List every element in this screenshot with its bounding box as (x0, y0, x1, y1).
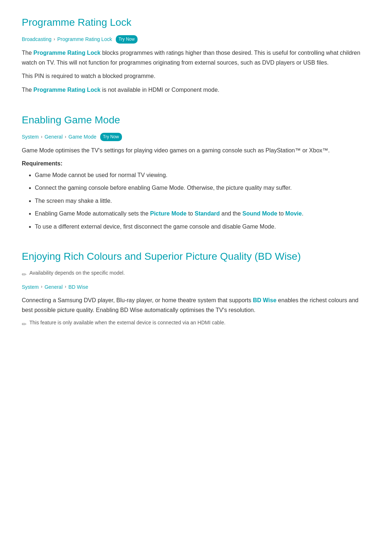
section1-body1: The Programme Rating Lock blocks program… (22, 48, 370, 67)
section3-breadcrumb: System › General › BD Wise (22, 283, 370, 291)
section1-highlight1[interactable]: Programme Rating Lock (33, 50, 101, 56)
breadcrumb-system2[interactable]: System (22, 283, 39, 291)
section2-breadcrumb: System › General › Game Mode Try Now (22, 133, 370, 141)
section1-title: Programme Rating Lock (22, 15, 370, 31)
req-item-3-text: The screen may shake a little. (35, 198, 112, 204)
movie-link[interactable]: Movie (285, 210, 302, 217)
breadcrumb-sep5: › (65, 283, 66, 290)
req-item-5-text: To use a different external device, firs… (35, 223, 276, 230)
bd-wise-link[interactable]: BD Wise (253, 297, 277, 303)
sound-mode-link[interactable]: Sound Mode (242, 210, 277, 217)
req-item-2: Connect the gaming console before enabli… (35, 183, 370, 193)
req-item-2-text: Connect the gaming console before enabli… (35, 185, 292, 191)
section1-body2: This PIN is required to watch a blocked … (22, 71, 370, 81)
req-item-1-text: Game Mode cannot be used for normal TV v… (35, 172, 167, 178)
section3-note1-row: ✏ Availability depends on the specific m… (22, 269, 370, 279)
section3-note2-row: ✏ This feature is only available when th… (22, 319, 370, 329)
req-item-1: Game Mode cannot be used for normal TV v… (35, 171, 370, 180)
pencil-icon-1: ✏ (22, 270, 26, 279)
section3-note2: This feature is only available when the … (29, 319, 225, 327)
breadcrumb-system[interactable]: System (22, 133, 39, 141)
requirements-label: Requirements: (22, 159, 370, 168)
pencil-icon-2: ✏ (22, 320, 26, 329)
section3-note1: Availability depends on the specific mod… (29, 269, 125, 277)
req-item-3: The screen may shake a little. (35, 196, 370, 206)
section2-title: Enabling Game Mode (22, 112, 370, 128)
section-programme-rating-lock: Programme Rating Lock Broadcasting › Pro… (22, 15, 370, 95)
section-bd-wise: Enjoying Rich Colours and Superior Pictu… (22, 249, 370, 329)
breadcrumb-sep4: › (41, 283, 42, 290)
breadcrumb-game-mode[interactable]: Game Mode (69, 133, 97, 141)
section1-breadcrumb: Broadcasting › Programme Rating Lock Try… (22, 35, 370, 44)
breadcrumb-general2[interactable]: General (45, 283, 63, 291)
breadcrumb-programme-rating-lock[interactable]: Programme Rating Lock (57, 35, 112, 43)
section2-body1: Game Mode optimises the TV's settings fo… (22, 145, 370, 155)
section3-title: Enjoying Rich Colours and Superior Pictu… (22, 249, 370, 265)
try-now-badge-1[interactable]: Try Now (116, 35, 138, 44)
req-item-4-text: Enabling Game Mode automatically sets th… (35, 210, 303, 217)
breadcrumb-sep3: › (65, 134, 66, 140)
picture-mode-link[interactable]: Picture Mode (150, 210, 187, 217)
section3-body1: Connecting a Samsung DVD player, Blu-ray… (22, 295, 370, 315)
breadcrumb-broadcasting[interactable]: Broadcasting (22, 35, 52, 43)
try-now-badge-2[interactable]: Try Now (100, 133, 122, 141)
breadcrumb-bd-wise[interactable]: BD Wise (69, 283, 88, 291)
breadcrumb-sep2: › (41, 134, 42, 140)
breadcrumb-general[interactable]: General (45, 133, 63, 141)
section1-highlight2[interactable]: Programme Rating Lock (33, 87, 101, 93)
req-item-4: Enabling Game Mode automatically sets th… (35, 209, 370, 218)
requirements-list: Game Mode cannot be used for normal TV v… (22, 171, 370, 231)
section1-body3: The Programme Rating Lock is not availab… (22, 85, 370, 95)
standard-link[interactable]: Standard (195, 210, 220, 217)
req-item-5: To use a different external device, firs… (35, 222, 370, 231)
breadcrumb-sep1: › (54, 36, 55, 43)
section-enabling-game-mode: Enabling Game Mode System › General › Ga… (22, 112, 370, 231)
